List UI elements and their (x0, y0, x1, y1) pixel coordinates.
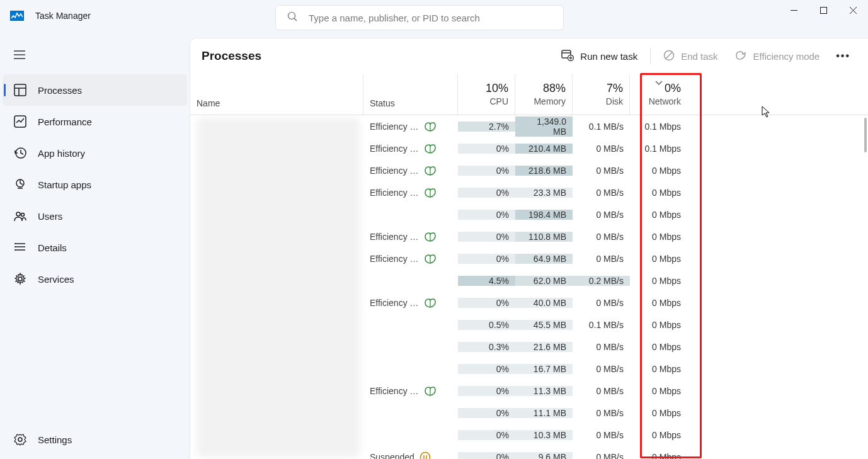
end-task-button[interactable]: End task (657, 45, 724, 68)
cell-network: 0 Mbps (630, 452, 687, 460)
chevron-down-icon (655, 76, 663, 88)
end-task-icon (663, 50, 675, 63)
cell-cpu: 0% (458, 166, 515, 176)
close-button[interactable] (838, 0, 868, 20)
status-text: Efficiency … (370, 232, 419, 242)
scrollbar-thumb[interactable] (864, 118, 867, 152)
cell-status: Efficiency … (363, 122, 458, 132)
cell-network: 0 Mbps (630, 320, 687, 330)
cell-memory: 62.0 MB (515, 276, 573, 286)
maximize-button[interactable] (809, 0, 838, 20)
nav-settings[interactable]: Settings (0, 424, 190, 455)
cell-disk: 0 MB/s (573, 188, 630, 198)
run-task-icon (561, 50, 574, 63)
cell-disk: 0 MB/s (573, 386, 630, 396)
cell-disk: 0.1 MB/s (573, 320, 630, 330)
svg-point-4 (288, 13, 295, 20)
cell-disk: 0 MB/s (573, 166, 630, 176)
cell-status: Efficiency … (363, 232, 458, 242)
cell-cpu: 0.5% (458, 320, 515, 330)
cell-disk: 0 MB/s (573, 232, 630, 242)
column-disk[interactable]: 7% Disk (573, 74, 630, 115)
cell-status: Efficiency … (363, 254, 458, 264)
nav-users[interactable]: Users (0, 200, 190, 232)
status-text: Efficiency … (370, 298, 419, 308)
nav-label: Details (38, 242, 67, 253)
nav-label: Performance (38, 116, 92, 127)
column-cpu[interactable]: 10% CPU (458, 74, 515, 115)
cell-memory: 11.1 MB (515, 408, 573, 418)
leaf-icon (424, 232, 437, 242)
svg-point-26 (18, 277, 22, 281)
column-status[interactable]: Status (363, 74, 458, 115)
page-title: Processes (202, 49, 261, 63)
svg-rect-9 (14, 84, 26, 96)
cell-status: Efficiency … (363, 144, 458, 154)
users-icon (14, 210, 26, 222)
column-memory[interactable]: 88% Memory (515, 74, 573, 115)
cell-cpu: 2.7% (458, 122, 515, 132)
svg-rect-1 (821, 7, 827, 13)
cell-network: 0 Mbps (630, 188, 687, 198)
svg-point-18 (16, 212, 20, 216)
cell-memory: 21.6 MB (515, 342, 573, 352)
cell-network: 0 Mbps (630, 342, 687, 352)
column-name[interactable]: Name (190, 74, 363, 115)
nav-label: Users (38, 211, 62, 222)
nav-label: Settings (38, 434, 72, 445)
svg-point-24 (14, 246, 16, 247)
cell-disk: 0 MB/s (573, 342, 630, 352)
cell-disk: 0 MB/s (573, 452, 630, 460)
status-text: Suspended (370, 452, 414, 460)
leaf-icon (424, 166, 437, 176)
nav-services[interactable]: Services (0, 263, 190, 295)
efficiency-label: Efficiency mode (753, 51, 820, 62)
settings-icon (14, 433, 26, 446)
nav-processes[interactable]: Processes (3, 74, 187, 106)
minimize-button[interactable] (779, 0, 809, 20)
run-new-task-button[interactable]: Run new task (555, 45, 644, 68)
svg-line-16 (20, 183, 23, 184)
redacted-area (197, 118, 360, 458)
menu-toggle[interactable] (0, 44, 190, 74)
column-network[interactable]: 0% Network (630, 74, 687, 115)
cell-network: 0 Mbps (630, 276, 687, 286)
status-text: Efficiency … (370, 166, 419, 176)
cell-memory: 9.6 MB (515, 452, 573, 460)
cell-cpu: 0% (458, 144, 515, 154)
nav-performance[interactable]: Performance (0, 106, 190, 137)
leaf-icon (424, 298, 437, 308)
cell-network: 0 Mbps (630, 254, 687, 264)
cell-status: Suspended (363, 451, 458, 460)
app-title: Task Manager (35, 11, 91, 21)
nav-label: App history (38, 148, 85, 159)
status-text: Efficiency … (370, 144, 419, 154)
search-icon (287, 11, 297, 24)
nav-label: Services (38, 274, 74, 285)
more-options-button[interactable]: ••• (830, 45, 857, 67)
cell-cpu: 0% (458, 298, 515, 308)
search-input[interactable] (309, 13, 552, 23)
nav-startup-apps[interactable]: Startup apps (0, 169, 190, 200)
cell-disk: 0 MB/s (573, 254, 630, 264)
performance-icon (14, 115, 26, 128)
processes-icon (14, 84, 26, 96)
nav-details[interactable]: Details (0, 232, 190, 263)
svg-point-25 (14, 249, 16, 251)
cell-memory: 23.3 MB (515, 188, 573, 198)
cell-memory: 64.9 MB (515, 254, 573, 264)
cell-memory: 45.5 MB (515, 320, 573, 330)
search-bar[interactable] (275, 5, 564, 30)
efficiency-mode-button[interactable]: Efficiency mode (728, 45, 826, 68)
services-icon (14, 273, 26, 285)
nav-app-history[interactable]: App history (0, 137, 190, 169)
startup-icon (14, 178, 26, 191)
nav-label: Processes (38, 85, 82, 96)
cell-memory: 11.3 MB (515, 386, 573, 396)
cell-disk: 0 MB/s (573, 430, 630, 440)
cell-cpu: 0% (458, 430, 515, 440)
cell-network: 0 Mbps (630, 430, 687, 440)
status-text: Efficiency … (370, 254, 419, 264)
cell-status: Efficiency … (363, 166, 458, 176)
leaf-icon (424, 122, 437, 132)
